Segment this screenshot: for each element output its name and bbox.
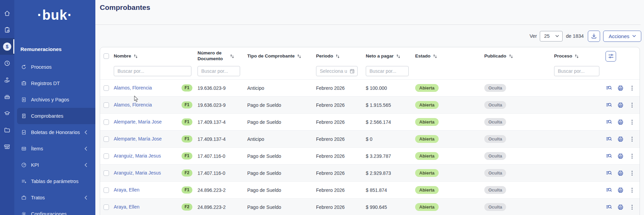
folio-badge: F1 [182,152,192,159]
document-number: 24.896.223-2 [198,187,247,193]
kebab-menu-icon[interactable] [629,187,635,194]
document-number: 17.407.116-0 [198,170,247,176]
employee-name-link[interactable]: Alamos, Florencia [114,85,182,90]
column-header-tipo-comprobante[interactable]: Tipo de Comprobante [247,53,316,59]
kebab-menu-icon[interactable] [629,170,635,177]
marketplace-icon[interactable] [0,138,14,155]
sort-icon [230,54,234,59]
column-header-numero-documento[interactable]: Número de Documento [198,50,247,62]
actions-label: Acciones [609,33,629,39]
sidebar-item-registros-dt[interactable]: Registros DT [14,75,95,92]
column-settings-button[interactable] [606,51,616,62]
divider [95,24,641,25]
print-icon[interactable] [617,153,624,160]
row-checkbox[interactable] [104,153,109,159]
net-pay: $ 0 [366,136,415,142]
row-checkbox[interactable] [104,187,109,193]
preview-details-icon[interactable] [606,153,612,160]
filter-neto-input[interactable] [366,66,409,76]
filter-proceso-input[interactable] [554,66,599,76]
per-page-select[interactable]: 25 [540,31,563,42]
employee-name-link[interactable]: Aranguiz, Maria Jesus [114,170,182,176]
row-checkbox[interactable] [104,170,109,176]
preview-details-icon[interactable] [606,136,612,143]
table-row: Aranguiz, Maria JesusF217.407.116-0Pago … [100,164,640,181]
print-icon[interactable] [617,170,624,177]
filter-nombre-input[interactable] [114,66,191,76]
net-pay: $ 851.874 [366,187,415,193]
row-checkbox[interactable] [104,136,109,142]
celebrations-icon[interactable] [0,88,14,105]
print-icon[interactable] [617,187,624,194]
print-icon[interactable] [617,204,624,211]
sidebar-item-label: Tratos [31,195,84,200]
tasks-icon[interactable] [0,21,14,38]
employee-name-link[interactable]: Araya, Ellen [114,187,182,193]
sidebar-item-kpi[interactable]: KPI [14,157,95,173]
sidebar-item-items[interactable]: Ítems [14,140,95,157]
filter-periodo-input[interactable] [316,66,358,76]
row-checkbox[interactable] [104,204,109,210]
gear-icon [21,211,27,215]
employee-name-link[interactable]: Aranguiz, Maria Jesus [114,153,182,159]
column-header-neto-a-pagar[interactable]: Neto a pagar [366,53,415,59]
employee-name-link[interactable]: Alemparte, María Jose [114,136,182,142]
period: Febrero 2026 [316,119,366,125]
row-checkbox[interactable] [104,119,109,125]
column-header-publicado[interactable]: Publicado [484,53,554,59]
benefits-icon[interactable] [0,71,14,88]
kebab-menu-icon[interactable] [629,204,635,211]
status-badge: Abierta [415,101,439,109]
row-checkbox[interactable] [104,85,109,91]
sidebar-item-boletas-de-honorarios[interactable]: Boletas de Honorarios [14,124,95,140]
actions-button[interactable]: Acciones [603,31,641,42]
home-icon[interactable] [0,5,14,21]
column-header-nombre[interactable]: Nombre [114,53,198,59]
kebab-menu-icon[interactable] [629,136,635,143]
print-icon[interactable] [617,136,624,143]
preview-details-icon[interactable] [606,85,612,92]
print-icon[interactable] [617,119,624,126]
column-header-periodo[interactable]: Periodo [316,53,366,59]
sort-icon [297,54,301,59]
time-icon[interactable] [0,55,14,71]
preview-details-icon[interactable] [606,119,612,126]
kebab-menu-icon[interactable] [629,119,635,126]
comprobantes-table: Nombre Número de Documento Tipo de Compr… [100,47,640,215]
sidebar-item-procesos[interactable]: Procesos [14,59,95,75]
folio-badge: F1 [182,118,192,125]
preview-details-icon[interactable] [606,204,612,211]
row-checkbox[interactable] [104,102,109,108]
table-row: Alemparte, María JoseF117.409.137-4Antic… [100,130,640,147]
sidebar-item-tablas-de-parametros[interactable]: Tablas de parámetros [14,173,95,189]
remuneraciones-icon[interactable]: $ [0,38,14,55]
main-content: Comprobantes Ver 25 de 1834 Acciones Nom… [95,0,644,215]
total-count: de 1834 [566,33,584,39]
documents-icon[interactable] [0,121,14,138]
sidebar-item-comprobantes[interactable]: Comprobantes [17,108,95,124]
sidebar-item-archivos-y-pagos[interactable]: Archivos y Pagos [14,92,95,108]
folio-badge: F1 [182,186,192,193]
training-icon[interactable] [0,105,14,121]
ver-label: Ver [530,33,537,39]
preview-details-icon[interactable] [606,102,612,109]
column-header-estado[interactable]: Estado [415,53,484,59]
print-icon[interactable] [617,85,624,92]
download-button[interactable] [588,31,600,42]
chevron-left-icon [84,147,87,151]
employee-name-link[interactable]: Alamos, Florencia [114,102,182,108]
kebab-menu-icon[interactable] [629,153,635,160]
table-row: Alamos, FlorenciaF119.636.023-9Pago de S… [100,96,640,113]
employee-name-link[interactable]: Alemparte, María Jose [114,119,182,125]
sidebar-item-configuraciones[interactable]: Configuraciones [14,206,95,215]
kebab-menu-icon[interactable] [629,102,635,109]
print-icon[interactable] [617,102,624,109]
preview-details-icon[interactable] [606,187,612,194]
select-all-checkbox[interactable] [104,53,109,59]
filter-numero-input[interactable] [198,66,240,76]
preview-details-icon[interactable] [606,170,612,177]
column-header-proceso[interactable]: Proceso [554,53,606,59]
employee-name-link[interactable]: Araya, Ellen [114,204,182,210]
sidebar-item-tratos[interactable]: Tratos [14,189,95,206]
kebab-menu-icon[interactable] [629,85,635,92]
